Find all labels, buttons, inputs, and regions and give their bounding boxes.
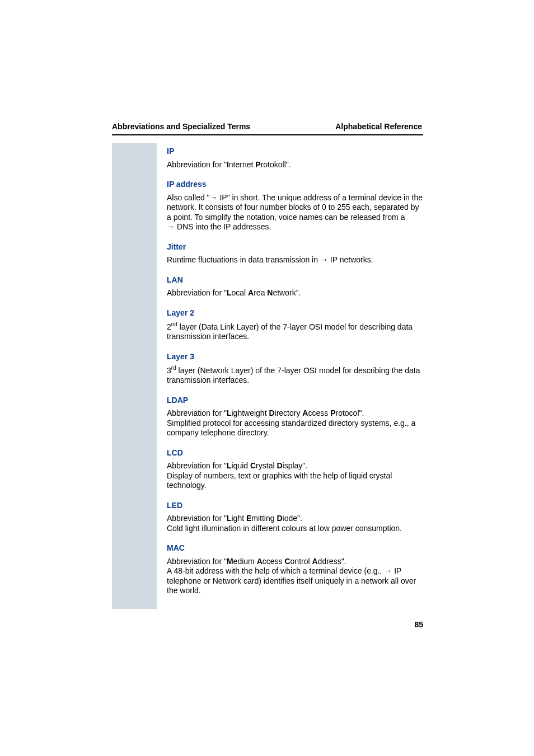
arrow-icon: →: [210, 193, 218, 203]
text: rotokoll".: [261, 160, 291, 169]
bold: P: [255, 160, 260, 169]
bold: A: [257, 557, 263, 566]
term-ldap: LDAP: [167, 396, 424, 406]
def-ldap: Abbreviation for "Lightweight Directory …: [167, 408, 424, 438]
text: rea: [254, 288, 267, 297]
arrow-icon: →: [320, 255, 328, 265]
text: A 48-bit address with the help of which …: [167, 566, 384, 575]
def-mac: Abbreviation for "Medium Access Control …: [167, 557, 424, 596]
text: Abbreviation for ": [167, 288, 227, 297]
page-header: Abbreviations and Specialized Terms Alph…: [112, 122, 422, 131]
text: etwork".: [273, 288, 301, 297]
page: Abbreviations and Specialized Terms Alph…: [0, 0, 534, 756]
bold: P: [330, 408, 335, 417]
text: rystal: [256, 461, 277, 470]
cross-ref-link[interactable]: IP: [218, 193, 227, 202]
bold: D: [277, 461, 282, 470]
def-ip-address: Also called "→ IP" in short. The unique …: [167, 193, 424, 232]
text: Abbreviation for ": [167, 461, 227, 470]
term-ip: IP: [167, 147, 424, 157]
text: Abbreviation for ": [167, 514, 227, 523]
superscript: rd: [171, 365, 176, 371]
arrow-icon: →: [167, 222, 175, 232]
text: ontrol: [291, 557, 312, 566]
text: iode".: [283, 514, 302, 523]
bold: A: [302, 408, 308, 417]
text: ddress".: [318, 557, 346, 566]
arrow-icon: →: [384, 566, 392, 576]
bold: M: [227, 557, 233, 566]
def-lcd: Abbreviation for "Liquid Crystal Display…: [167, 461, 424, 491]
def-layer2: 2nd layer (Data Link Layer) of the 7-lay…: [167, 321, 424, 342]
bold: N: [267, 288, 273, 297]
text: iquid: [231, 461, 250, 470]
term-lan: LAN: [167, 275, 424, 285]
text: 2: [167, 322, 171, 331]
text: Abbreviation for ": [167, 557, 227, 566]
text: ightweight: [231, 408, 269, 417]
text: ight: [231, 514, 246, 523]
def-ip: Abbreviation for "Internet Protokoll".: [167, 160, 424, 170]
text: mitting: [251, 514, 277, 523]
term-layer2: Layer 2: [167, 308, 424, 318]
term-lcd: LCD: [167, 448, 424, 458]
text: irectory: [275, 408, 303, 417]
header-rule: [112, 134, 423, 135]
header-right: Alphabetical Reference: [335, 122, 422, 131]
def-jitter: Runtime fluctuations in data transmissio…: [167, 255, 424, 265]
text: ccess: [308, 408, 330, 417]
text: edium: [233, 557, 257, 566]
def-layer3: 3rd layer (Network Layer) of the 7-layer…: [167, 365, 424, 386]
def-lan: Abbreviation for "Local Area Network".: [167, 288, 424, 298]
text: Also called ": [167, 193, 210, 202]
text: 3: [167, 366, 171, 375]
term-layer3: Layer 3: [167, 352, 424, 362]
text: telephone or Network card) identifies it…: [167, 576, 416, 595]
text: Abbreviation for ": [167, 160, 227, 169]
header-left: Abbreviations and Specialized Terms: [112, 122, 250, 131]
text: Cold light illumination in different col…: [167, 524, 402, 533]
text: nternet: [229, 160, 255, 169]
bold: A: [312, 557, 317, 566]
superscript: nd: [171, 321, 177, 327]
text: isplay".: [283, 461, 308, 470]
term-ip-address: IP address: [167, 180, 424, 190]
text: into the IP addresses.: [193, 222, 271, 231]
text: Simplified protocol for accessing standa…: [167, 419, 415, 438]
text: Runtime fluctuations in data transmissio…: [167, 255, 320, 264]
sidebar-band: [112, 143, 157, 609]
text: layer (Data Link Layer) of the 7-layer O…: [167, 322, 413, 341]
page-number: 85: [414, 620, 423, 629]
term-led: LED: [167, 501, 424, 511]
bold: E: [246, 514, 251, 523]
term-mac: MAC: [167, 543, 424, 553]
text: rotocol".: [336, 408, 364, 417]
bold: C: [284, 557, 290, 566]
bold: D: [277, 514, 282, 523]
text: networks.: [338, 255, 373, 264]
bold: A: [248, 288, 254, 297]
cross-ref-link[interactable]: DNS: [175, 222, 193, 231]
def-led: Abbreviation for "Light Emitting Diode".…: [167, 514, 424, 533]
text: Abbreviation for ": [167, 408, 227, 417]
bold: C: [250, 461, 256, 470]
text: ccess: [263, 557, 285, 566]
bold: D: [269, 408, 274, 417]
text: Display of numbers, text or graphics wit…: [167, 471, 392, 490]
term-jitter: Jitter: [167, 242, 424, 252]
text: ocal: [231, 288, 248, 297]
glossary-content: IP Abbreviation for "Internet Protokoll"…: [167, 143, 424, 596]
cross-ref-link[interactable]: IP: [328, 255, 338, 264]
cross-ref-link[interactable]: IP: [392, 566, 401, 575]
text: layer (Network Layer) of the 7-layer OSI…: [167, 366, 420, 385]
